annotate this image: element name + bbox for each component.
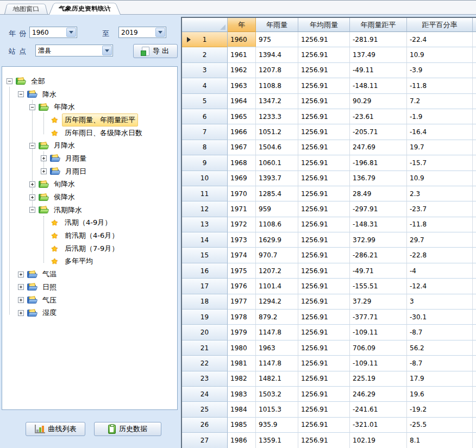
table-cell[interactable]: 1977 xyxy=(228,294,256,310)
row-header[interactable]: 24 xyxy=(182,387,228,402)
table-cell[interactable]: -1.9 xyxy=(407,109,473,124)
table-cell[interactable]: 959 xyxy=(256,201,298,217)
row-header[interactable]: 23 xyxy=(182,371,228,387)
table-cell[interactable]: 1015.3 xyxy=(256,402,298,417)
table-cell[interactable]: -8.7 xyxy=(407,356,473,371)
table-cell[interactable]: 1974 xyxy=(228,248,256,263)
table-cell[interactable]: 1147.8 xyxy=(256,356,298,371)
table-cell[interactable]: -22.4 xyxy=(407,32,473,47)
table-cell[interactable]: 1256.91 xyxy=(298,356,350,371)
table-cell[interactable]: 1256.91 xyxy=(298,32,350,47)
table-cell[interactable]: 1978 xyxy=(228,310,256,325)
table-cell[interactable]: 1981 xyxy=(228,356,256,371)
table-cell[interactable]: 2.3 xyxy=(407,186,473,201)
curve-list-button[interactable]: 曲线列表 xyxy=(26,422,85,436)
tree-item-label[interactable]: 历年雨量、年雨量距平 xyxy=(62,113,138,127)
expand-plus-icon[interactable] xyxy=(29,194,35,200)
tree-item[interactable]: ★多年平均 xyxy=(2,255,177,268)
table-cell[interactable]: 1967 xyxy=(228,140,256,155)
table-cell[interactable]: 225.19 xyxy=(350,371,407,387)
table-cell[interactable]: 1983 xyxy=(228,387,256,402)
table-cell[interactable]: 1256.91 xyxy=(298,171,350,186)
table-cell[interactable]: 56.2 xyxy=(407,340,473,356)
table-cell[interactable]: 1976 xyxy=(228,279,256,294)
tree-item[interactable]: 降水 xyxy=(2,88,177,101)
table-cell[interactable]: 1969 xyxy=(228,171,256,186)
table-cell[interactable]: 1256.91 xyxy=(298,325,350,340)
expand-plus-icon[interactable] xyxy=(18,297,24,303)
row-header[interactable]: 9 xyxy=(182,155,228,171)
table-cell[interactable]: 102.19 xyxy=(350,433,407,448)
tree-item[interactable]: 月降水 xyxy=(2,139,177,152)
table-cell[interactable]: 1233.3 xyxy=(256,109,298,124)
table-cell[interactable]: 1963 xyxy=(228,78,256,93)
table-cell[interactable]: 1982 xyxy=(228,371,256,387)
tree-item[interactable]: ★后汛期（7-9月） xyxy=(2,242,177,255)
table-cell[interactable]: 10.9 xyxy=(407,171,473,186)
table-cell[interactable]: 1964 xyxy=(228,94,256,109)
table-cell[interactable]: -205.71 xyxy=(350,124,407,140)
table-cell[interactable]: 1359.1 xyxy=(256,433,298,448)
export-button[interactable]: 导 出 xyxy=(133,44,178,58)
tree-item[interactable]: 旬降水 xyxy=(2,178,177,191)
tree-item[interactable]: 湿度 xyxy=(2,306,177,319)
table-cell[interactable]: 1256.91 xyxy=(298,232,350,248)
expand-plus-icon[interactable] xyxy=(41,155,47,161)
table-cell[interactable]: 935.9 xyxy=(256,418,298,433)
row-header[interactable]: 15 xyxy=(182,248,228,263)
table-cell[interactable]: 1256.91 xyxy=(298,94,350,109)
row-header[interactable]: 7 xyxy=(182,124,228,140)
table-cell[interactable]: 706.09 xyxy=(350,340,407,356)
table-cell[interactable]: -241.61 xyxy=(350,402,407,417)
tree-item[interactable]: ★汛期（4-9月） xyxy=(2,217,177,230)
table-cell[interactable]: 1972 xyxy=(228,217,256,232)
table-cell[interactable]: 879.2 xyxy=(256,310,298,325)
table-cell[interactable]: -155.51 xyxy=(350,279,407,294)
tree-item-label[interactable]: 侯降水 xyxy=(51,191,78,204)
table-cell[interactable]: 1256.91 xyxy=(298,340,350,356)
table-cell[interactable]: -109.11 xyxy=(350,325,407,340)
tree-item[interactable]: 日照 xyxy=(2,281,177,294)
table-cell[interactable]: 37.29 xyxy=(350,294,407,310)
table-cell[interactable]: 10.9 xyxy=(407,47,473,62)
table-cell[interactable]: 1985 xyxy=(228,418,256,433)
table-cell[interactable]: 1979 xyxy=(228,325,256,340)
table-cell[interactable]: -15.7 xyxy=(407,155,473,171)
tree-item-label[interactable]: 月降水 xyxy=(51,139,78,152)
table-cell[interactable]: 1968 xyxy=(228,155,256,171)
table-cell[interactable]: 1108.8 xyxy=(256,78,298,93)
table-cell[interactable]: 1986 xyxy=(228,433,256,448)
table-cell[interactable]: 90.29 xyxy=(350,94,407,109)
table-cell[interactable]: 1256.91 xyxy=(298,109,350,124)
row-header[interactable]: 13 xyxy=(182,217,228,232)
table-cell[interactable]: 1108.6 xyxy=(256,217,298,232)
table-cell[interactable]: -281.91 xyxy=(350,32,407,47)
table-cell[interactable]: -8.7 xyxy=(407,325,473,340)
table-cell[interactable]: 19.6 xyxy=(407,387,473,402)
table-cell[interactable]: 1961 xyxy=(228,47,256,62)
table-cell[interactable]: 1965 xyxy=(228,109,256,124)
tree-item-label[interactable]: 气温 xyxy=(40,268,59,281)
expand-plus-icon[interactable] xyxy=(29,181,35,187)
table-cell[interactable]: 1256.91 xyxy=(298,201,350,217)
table-cell[interactable]: 1051.2 xyxy=(256,124,298,140)
table-cell[interactable]: -4 xyxy=(407,263,473,279)
tree-item-label[interactable]: 汛期降水 xyxy=(51,204,85,217)
tree-item[interactable]: 气温 xyxy=(2,268,177,281)
table-cell[interactable]: 1256.91 xyxy=(298,248,350,263)
table-cell[interactable]: 1256.91 xyxy=(298,387,350,402)
table-cell[interactable]: 1256.91 xyxy=(298,124,350,140)
row-header[interactable]: 5 xyxy=(182,94,228,109)
table-cell[interactable]: -109.11 xyxy=(350,356,407,371)
table-cell[interactable]: 137.49 xyxy=(350,47,407,62)
table-cell[interactable]: 1963 xyxy=(256,340,298,356)
tree-item-label[interactable]: 旬降水 xyxy=(51,178,78,191)
row-header[interactable]: 14 xyxy=(182,232,228,248)
tree-item-label[interactable]: 汛期（4-9月） xyxy=(62,216,114,229)
table-cell[interactable]: 1060.1 xyxy=(256,155,298,171)
tree-item[interactable]: ★前汛期（4-6月） xyxy=(2,229,177,242)
table-cell[interactable]: 1256.91 xyxy=(298,371,350,387)
collapse-minus-icon[interactable] xyxy=(29,104,35,110)
table-cell[interactable]: 3 xyxy=(407,294,473,310)
row-header[interactable]: 12 xyxy=(182,201,228,217)
